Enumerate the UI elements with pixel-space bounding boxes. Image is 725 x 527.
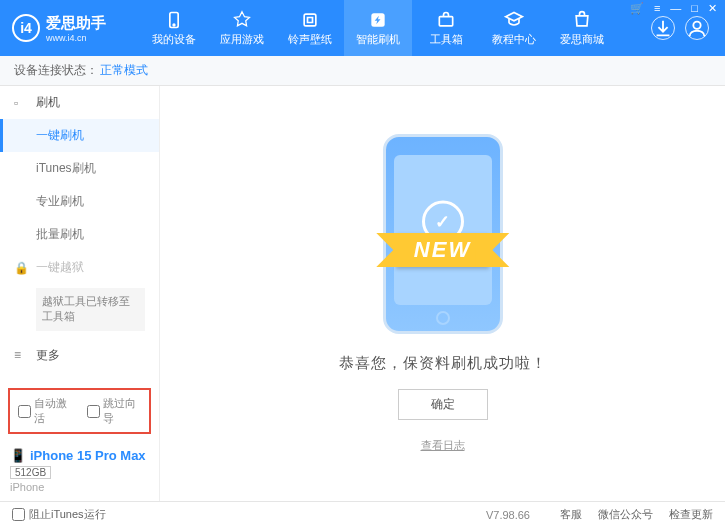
success-illustration: NEW [378,134,508,334]
sidebar-group-more[interactable]: ≡更多 [0,339,159,372]
nav-my-device[interactable]: 我的设备 [140,0,208,56]
sidebar-item-pro-flash[interactable]: 专业刷机 [0,185,159,218]
device-name: 📱iPhone 15 Pro Max [10,448,149,463]
phone-icon: ▫ [14,96,28,110]
more-icon: ≡ [14,348,28,362]
app-url: www.i4.cn [46,33,106,43]
shop-icon [572,10,592,30]
sidebar: ▫刷机 一键刷机 iTunes刷机 专业刷机 批量刷机 🔒一键越狱 越狱工具已转… [0,86,160,501]
jailbreak-note: 越狱工具已转移至工具箱 [36,288,145,331]
device-info: 📱iPhone 15 Pro Max 512GB iPhone [0,440,159,501]
footer-link-update[interactable]: 检查更新 [669,507,713,522]
svg-rect-4 [439,16,452,25]
menu-icon[interactable]: ≡ [654,2,660,16]
logo-icon: i4 [12,14,40,42]
sidebar-item-itunes-flash[interactable]: iTunes刷机 [0,152,159,185]
ok-button[interactable]: 确定 [398,389,488,420]
nav-toolbox[interactable]: 工具箱 [412,0,480,56]
status-bar: 设备连接状态： 正常模式 [0,56,725,86]
svg-point-1 [173,24,175,26]
download-button[interactable] [651,16,675,40]
nav-ringtone[interactable]: 铃声壁纸 [276,0,344,56]
sidebar-item-batch-flash[interactable]: 批量刷机 [0,218,159,251]
footer-link-wechat[interactable]: 微信公众号 [598,507,653,522]
main-nav: 我的设备 应用游戏 铃声壁纸 智能刷机 工具箱 教程中心 爱思商城 [140,0,616,56]
app-header: i4 爱思助手 www.i4.cn 我的设备 应用游戏 铃声壁纸 智能刷机 工具… [0,0,725,56]
nav-tutorial[interactable]: 教程中心 [480,0,548,56]
cart-icon[interactable]: 🛒 [630,2,644,16]
minimize-icon[interactable]: — [670,2,681,16]
status-value: 正常模式 [100,62,148,79]
close-icon[interactable]: ✕ [708,2,717,16]
activation-options: 自动激活 跳过向导 [8,388,151,434]
device-type: iPhone [10,481,149,493]
nav-apps[interactable]: 应用游戏 [208,0,276,56]
svg-rect-2 [304,14,316,26]
status-label: 设备连接状态： [14,62,98,79]
sidebar-item-other-tools[interactable]: 其他工具 [0,372,159,382]
view-log-link[interactable]: 查看日志 [421,438,465,453]
skip-wizard-checkbox[interactable]: 跳过向导 [87,396,142,426]
version-label: V7.98.66 [486,509,530,521]
auto-activate-checkbox[interactable]: 自动激活 [18,396,73,426]
toolbox-icon [436,10,456,30]
tutorial-icon [504,10,524,30]
ringtone-icon [300,10,320,30]
nav-flash[interactable]: 智能刷机 [344,0,412,56]
lock-icon: 🔒 [14,261,28,275]
user-button[interactable] [685,16,709,40]
main-content: NEW 恭喜您，保资料刷机成功啦！ 确定 查看日志 [160,86,725,501]
logo: i4 爱思助手 www.i4.cn [12,14,140,43]
block-itunes-checkbox[interactable]: 阻止iTunes运行 [12,507,106,522]
sidebar-group-jailbreak: 🔒一键越狱 [0,251,159,284]
sidebar-item-onekey-flash[interactable]: 一键刷机 [0,119,159,152]
new-banner: NEW [396,233,489,267]
svg-point-5 [693,22,700,29]
device-storage: 512GB [10,466,51,479]
maximize-icon[interactable]: □ [691,2,698,16]
success-message: 恭喜您，保资料刷机成功啦！ [339,354,547,373]
app-name: 爱思助手 [46,14,106,33]
footer: 阻止iTunes运行 V7.98.66 客服 微信公众号 检查更新 [0,501,725,527]
apps-icon [232,10,252,30]
sidebar-group-flash[interactable]: ▫刷机 [0,86,159,119]
flash-icon [368,10,388,30]
nav-shop[interactable]: 爱思商城 [548,0,616,56]
footer-link-support[interactable]: 客服 [560,507,582,522]
phone-icon: 📱 [10,448,26,463]
device-icon [164,10,184,30]
